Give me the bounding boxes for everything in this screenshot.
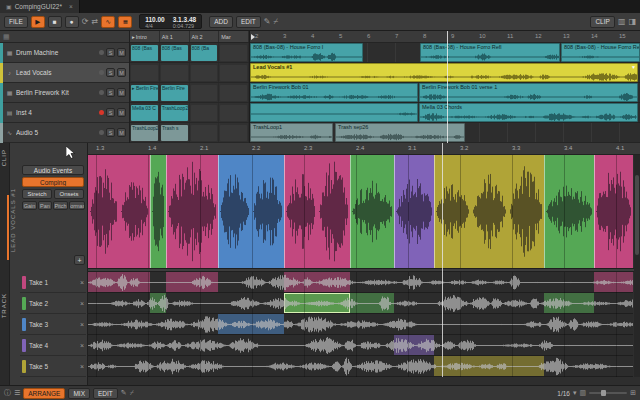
onsets-button[interactable]: Onsets (54, 189, 84, 199)
track-row-berlin-firework-kit[interactable]: ▦ Berlin Firework Kit S M (0, 83, 129, 103)
track-name[interactable]: Inst 4 (16, 109, 97, 116)
scrollbar-thumb[interactable] (635, 175, 639, 255)
clip-menu-icon[interactable]: ▼ (631, 64, 636, 71)
mixer-icon[interactable]: ▥ (580, 389, 587, 397)
zoom-fit-icon[interactable]: ⊞ (630, 389, 636, 397)
stop-button[interactable]: ■ (48, 16, 62, 28)
punch-icon[interactable]: ⇄ (91, 16, 98, 28)
arranger-clip-drum-2[interactable]: 808 (Bas-08) - House Forro Refl (420, 43, 560, 62)
launcher-clip[interactable]: TrashLoop26 (131, 125, 158, 141)
tempo-value[interactable]: 110.00 (145, 16, 165, 23)
file-button[interactable]: FILE (4, 16, 28, 28)
track-name[interactable]: Lead Vocals (16, 69, 97, 76)
pencil-icon[interactable]: ✎ (121, 389, 127, 397)
arranger-clip-inst4-1[interactable] (250, 103, 418, 122)
solo-button[interactable]: S (106, 48, 115, 57)
gain-button[interactable]: Gain (22, 201, 37, 210)
empty-clip-slot[interactable] (131, 65, 158, 81)
loop-icon[interactable]: ⟳ (82, 16, 89, 28)
formant-button[interactable]: Formant (69, 201, 85, 210)
audio-events-button[interactable]: Audio Events (22, 165, 84, 175)
remove-take-icon[interactable]: × (80, 279, 84, 286)
mute-button[interactable]: M (117, 48, 126, 57)
add-take-lane-button[interactable]: + (74, 255, 85, 265)
mixer-icon[interactable]: ▥ (618, 16, 626, 28)
launcher-clip[interactable]: Trash s (161, 125, 188, 141)
take-lane-4[interactable] (88, 335, 633, 356)
mute-button[interactable]: M (117, 88, 126, 97)
comp-lane[interactable] (88, 155, 633, 268)
take-lane-5[interactable] (88, 356, 633, 377)
empty-clip-slot[interactable] (191, 65, 218, 81)
arranger-clip-lead-vocals[interactable]: Lead Vocals #1 ▼ (250, 63, 638, 82)
comping-button[interactable]: Comping (22, 177, 84, 187)
empty-clip-slot[interactable] (220, 125, 247, 141)
record-button[interactable]: ● (65, 16, 79, 28)
pencil-icon[interactable]: ✎ (264, 16, 271, 28)
knife-icon[interactable]: ⌿ (130, 389, 134, 397)
solo-button[interactable]: S (106, 108, 115, 117)
play-button[interactable]: ▶ (31, 16, 45, 28)
editor-scrollbar[interactable] (634, 155, 640, 377)
take-lane-1[interactable] (88, 272, 633, 293)
remove-take-icon[interactable]: × (80, 342, 84, 349)
grid-resolution[interactable]: 1/16 (557, 390, 570, 397)
take-label-row-1[interactable]: Take 1 × (20, 272, 86, 293)
scene-alt-2[interactable]: Alt 2 (190, 31, 220, 42)
arranger-clip-berlin-1[interactable]: Berlin Firework Bob 01 (250, 83, 418, 102)
scene-play-icon[interactable]: ▸ (132, 34, 135, 40)
mute-button[interactable]: M (117, 128, 126, 137)
tab-clip[interactable]: CLIP (1, 149, 7, 166)
add-button[interactable]: ADD (209, 16, 233, 28)
tab-track[interactable]: TRACK (1, 293, 7, 318)
record-arm-button[interactable] (99, 70, 104, 75)
record-arm-button[interactable] (99, 50, 104, 55)
pitch-button[interactable]: Pitch (53, 201, 68, 210)
track-name[interactable]: Berlin Firework Kit (16, 89, 97, 96)
zoom-slider-knob[interactable] (601, 390, 606, 396)
empty-clip-slot[interactable] (191, 125, 218, 141)
launcher-clip[interactable]: Berlin Fire (161, 85, 188, 101)
track-row-inst-4[interactable]: ▤ Inst 4 S M (0, 103, 129, 123)
edit-button[interactable]: EDIT (236, 16, 261, 28)
mute-button[interactable]: M (117, 108, 126, 117)
record-arm-button[interactable] (99, 90, 104, 95)
stretch-button[interactable]: Stretch (22, 189, 52, 199)
track-name[interactable]: Drum Machine (16, 49, 97, 56)
remove-take-icon[interactable]: × (80, 300, 84, 307)
empty-clip-slot[interactable] (161, 65, 188, 81)
arranger-clip-area[interactable]: 808 (Bas-08) - House Forro I 808 (Bas-08… (250, 43, 640, 143)
hamburger-icon[interactable]: ☰ (14, 389, 20, 397)
launcher-clip[interactable]: 808 (Bas (161, 45, 188, 61)
remove-take-icon[interactable]: × (80, 363, 84, 370)
song-time[interactable]: 0:04.729 (173, 23, 197, 29)
project-tab[interactable]: ▣ CompingGUI22* × (0, 0, 80, 13)
track-name[interactable]: Audio 5 (16, 129, 97, 136)
arranger-clip-inst4-2[interactable]: Mella 03 Chords (419, 103, 638, 122)
empty-clip-slot[interactable] (220, 65, 247, 81)
arranger-clip-audio5-1[interactable]: TrashLoop1 (250, 123, 333, 142)
take-label-row-4[interactable]: Take 4 × (20, 335, 86, 356)
launcher-clip[interactable]: Mella 03 C (131, 105, 158, 121)
pan-button[interactable]: Pan (38, 201, 52, 210)
beat-ruler[interactable]: 1.31.42.12.22.32.43.13.23.33.44.1 (88, 143, 640, 155)
arranger-clip-berlin-2[interactable]: Berlin Firework Bob 01 verse 1 (419, 83, 638, 102)
solo-button[interactable]: S (106, 88, 115, 97)
overdub-button[interactable]: ≣ (118, 16, 132, 28)
arranger-clip-drum-3[interactable]: 808 (Bas-08) - House Forro Refl (561, 43, 640, 62)
scene-mar[interactable]: Mar (219, 31, 249, 42)
scene-intro[interactable]: ▸ Intro (130, 31, 160, 42)
track-row-drum-machine[interactable]: ▦ Drum Machine S M (0, 43, 129, 63)
empty-clip-slot[interactable] (220, 85, 247, 101)
arranger-clip-audio5-2[interactable]: Trash sep26 (335, 123, 465, 142)
close-icon[interactable]: × (69, 3, 73, 10)
mute-button[interactable]: M (117, 68, 126, 77)
arranger-playhead[interactable] (447, 31, 448, 143)
caret-down-icon[interactable]: ▾ (573, 389, 577, 397)
take-lane-3[interactable] (88, 314, 633, 335)
zoom-slider[interactable] (589, 392, 627, 394)
arrange-view-button[interactable]: ARRANGE (23, 388, 65, 399)
track-row-lead-vocals[interactable]: ♪ Lead Vocals S M (0, 63, 129, 83)
edit-view-button[interactable]: EDIT (93, 388, 118, 399)
launcher-clip[interactable]: 808 (Bas (131, 45, 158, 61)
